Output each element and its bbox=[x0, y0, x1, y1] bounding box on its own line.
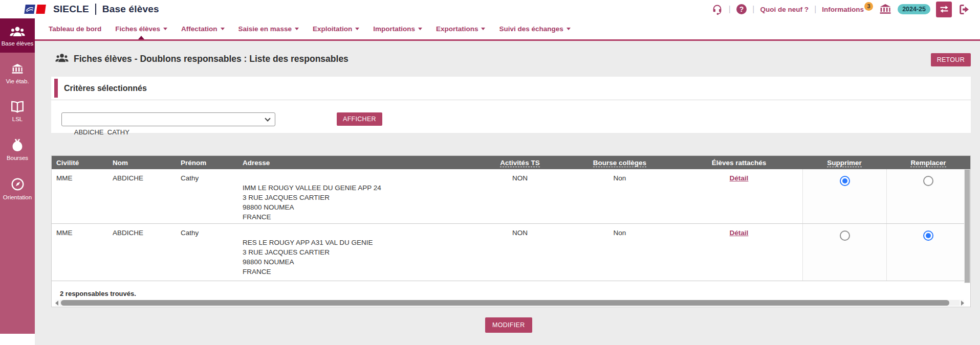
headset-icon[interactable] bbox=[711, 4, 723, 15]
page-title-row: Fiches élèves - Doublons responsables : … bbox=[55, 53, 349, 65]
responsables-table: Civilité Nom Prénom Adresse Activités TS… bbox=[51, 155, 971, 307]
cell-eleves-rattaches: Détail bbox=[676, 224, 802, 281]
cell-adresse: RES LE ROUGY APP A31 VAL DU GENIE 3 RUE … bbox=[243, 224, 476, 281]
menu-saisie-en-masse[interactable]: Saisie en masse bbox=[238, 18, 299, 39]
afficher-button[interactable]: AFFICHER bbox=[337, 112, 382, 126]
sidebar-item-lsl[interactable]: LSL bbox=[0, 95, 35, 128]
menu-affectation[interactable]: Affectation bbox=[181, 18, 225, 39]
menu-importations[interactable]: Importations bbox=[373, 18, 422, 39]
column-header-adresse: Adresse bbox=[243, 159, 476, 167]
menu-tableau-de-bord[interactable]: Tableau de bord bbox=[49, 18, 101, 39]
chevron-down-icon bbox=[418, 28, 422, 30]
horizontal-scrollbar-track[interactable] bbox=[60, 300, 960, 306]
cell-bourse-colleges: Non bbox=[564, 224, 676, 281]
vertical-scrollbar[interactable] bbox=[964, 169, 970, 283]
column-header-eleves-rattaches: Élèves rattachés bbox=[676, 159, 802, 167]
open-book-icon bbox=[10, 101, 25, 113]
scroll-left-arrow[interactable] bbox=[55, 301, 58, 306]
detail-link[interactable]: Détail bbox=[730, 229, 749, 237]
chevron-down-icon bbox=[221, 28, 225, 30]
help-icon[interactable]: ? bbox=[736, 4, 747, 14]
adresse-line: 3 RUE JACQUES CARTIER bbox=[243, 247, 476, 257]
results-count: 2 responsables trouvés. bbox=[52, 281, 970, 297]
column-header-supprimer: Supprimer bbox=[802, 159, 886, 167]
adresse-line: 98800 NOUMEA bbox=[243, 257, 476, 267]
menu-exportations[interactable]: Exportations bbox=[436, 18, 486, 39]
adresse-line: 3 RUE JACQUES CARTIER bbox=[243, 193, 476, 202]
logout-icon[interactable] bbox=[957, 3, 971, 16]
informations-link[interactable]: Informations3 bbox=[822, 5, 873, 14]
adresse-line: FRANCE bbox=[243, 212, 476, 222]
detail-link[interactable]: Détail bbox=[730, 174, 749, 182]
cell-prenom: Cathy bbox=[181, 169, 243, 223]
sidebar-item-bourses[interactable]: Bourses bbox=[0, 132, 35, 167]
menu-exploitation[interactable]: Exploitation bbox=[313, 18, 359, 39]
supprimer-radio[interactable] bbox=[840, 176, 850, 186]
chevron-down-icon bbox=[265, 116, 270, 121]
modifier-button[interactable]: MODIFIER bbox=[485, 317, 532, 333]
brand-divider bbox=[95, 4, 96, 15]
sidebar-item-label: Bourses bbox=[7, 155, 28, 161]
sidebar-item-label: Base élèves bbox=[2, 40, 34, 47]
cell-supprimer bbox=[802, 224, 886, 281]
responsable-select-value: ABDICHE CATHY bbox=[74, 128, 129, 136]
brand: SIECLE Base élèves bbox=[24, 0, 159, 18]
people-group-icon bbox=[10, 26, 25, 37]
quoi-de-neuf-link[interactable]: Quoi de neuf ? bbox=[760, 6, 809, 13]
sidebar-item-vie-etab[interactable]: Vie étab. bbox=[0, 57, 35, 90]
column-header-civilite: Civilité bbox=[52, 159, 113, 167]
chevron-down-icon bbox=[295, 28, 299, 30]
cell-bourse-colleges: Non bbox=[564, 169, 676, 223]
scroll-right-arrow[interactable] bbox=[961, 301, 964, 306]
cell-remplacer bbox=[886, 169, 970, 223]
chevron-down-icon bbox=[567, 28, 571, 30]
responsable-select[interactable]: ABDICHE CATHY bbox=[61, 112, 275, 126]
adresse-line: 98800 NOUMEA bbox=[243, 202, 476, 212]
people-group-icon bbox=[55, 53, 69, 65]
table-row: MME ABDICHE Cathy IMM LE ROUGY VALLEE DU… bbox=[52, 169, 970, 224]
remplacer-radio[interactable] bbox=[923, 176, 933, 186]
chevron-down-icon bbox=[481, 28, 485, 30]
topbar: SIECLE Base élèves | ? | Quoi de neuf ? … bbox=[0, 0, 980, 18]
sidebar-item-orientation[interactable]: Orientation bbox=[0, 171, 35, 206]
vertical-scrollbar-thumb[interactable] bbox=[965, 170, 970, 283]
separator: | bbox=[729, 4, 731, 14]
cell-civilite: MME bbox=[52, 169, 113, 223]
criteria-header: Critères sélectionnés bbox=[51, 77, 971, 100]
page-title: Fiches élèves - Doublons responsables : … bbox=[74, 54, 349, 64]
adresse-line: IMM LE ROUGY VALLEE DU GENIE APP 24 bbox=[243, 183, 476, 193]
cell-activites-ts: NON bbox=[476, 169, 564, 223]
sidebar-item-label: LSL bbox=[12, 116, 23, 122]
cell-nom: ABDICHE bbox=[113, 224, 181, 281]
chevron-down-icon bbox=[355, 28, 359, 30]
cell-supprimer bbox=[802, 169, 886, 223]
adresse-line: FRANCE bbox=[243, 267, 476, 277]
column-header-remplacer: Remplacer bbox=[886, 159, 970, 167]
cell-nom: ABDICHE bbox=[113, 169, 181, 223]
menu-fiches-eleves[interactable]: Fiches élèves bbox=[115, 18, 167, 39]
sidebar-item-label: Vie étab. bbox=[6, 78, 29, 84]
column-header-activites-ts: Activités TS bbox=[476, 159, 564, 167]
school-year-badge[interactable]: 2024-25 bbox=[898, 4, 930, 14]
table-row: MME ABDICHE Cathy RES LE ROUGY APP A31 V… bbox=[52, 224, 970, 281]
accent-bar bbox=[54, 79, 58, 98]
retour-button[interactable]: RETOUR bbox=[931, 53, 971, 66]
sidebar-item-label: Orientation bbox=[3, 194, 32, 200]
compass-icon bbox=[11, 177, 25, 191]
horizontal-scrollbar-thumb[interactable] bbox=[61, 300, 949, 306]
cell-activites-ts: NON bbox=[476, 224, 564, 281]
supprimer-radio[interactable] bbox=[840, 231, 850, 241]
menu-suivi-des-echanges[interactable]: Suivi des échanges bbox=[499, 18, 570, 39]
column-header-bourse-colleges: Bourse collèges bbox=[564, 159, 676, 167]
brand-name: SIECLE bbox=[53, 4, 89, 15]
bank-icon[interactable] bbox=[879, 3, 892, 15]
sidebar-item-base-eleves[interactable]: Base élèves bbox=[0, 18, 35, 53]
horizontal-scrollbar[interactable] bbox=[55, 300, 964, 306]
money-bag-icon bbox=[11, 139, 24, 152]
informations-count-badge: 3 bbox=[864, 2, 873, 11]
adresse-line: RES LE ROUGY APP A31 VAL DU GENIE bbox=[243, 238, 476, 247]
remplacer-radio[interactable] bbox=[923, 231, 933, 241]
switch-establishment-button[interactable] bbox=[936, 2, 952, 17]
sidebar-column: Base élèves Vie étab. LSL bbox=[0, 18, 35, 345]
informations-label[interactable]: Informations bbox=[822, 6, 864, 13]
